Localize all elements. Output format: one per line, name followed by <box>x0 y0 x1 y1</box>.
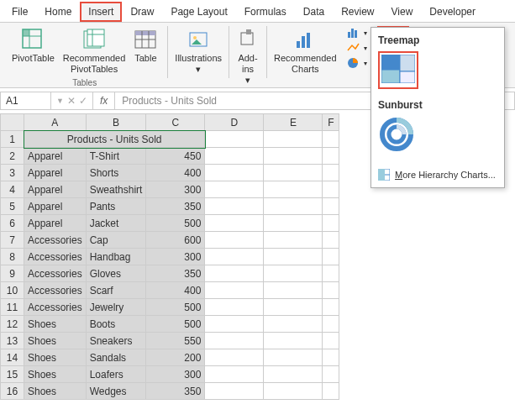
cell[interactable]: 400 <box>146 282 205 299</box>
row-header[interactable]: 2 <box>1 148 24 165</box>
cell[interactable] <box>264 265 323 282</box>
cell[interactable] <box>205 131 264 148</box>
col-header-a[interactable]: A <box>24 114 87 131</box>
cell[interactable] <box>264 198 323 215</box>
cell[interactable]: Boots <box>86 316 146 333</box>
row-header[interactable]: 16 <box>1 383 24 400</box>
illustrations-button[interactable]: Illustrations ▾ <box>171 26 225 76</box>
cell[interactable]: 550 <box>146 333 205 349</box>
cell[interactable]: 450 <box>146 148 205 165</box>
cell[interactable] <box>264 148 323 165</box>
col-header-c[interactable]: C <box>146 114 205 131</box>
cell[interactable] <box>323 198 339 215</box>
cell[interactable]: Shoes <box>24 349 87 366</box>
name-box[interactable]: A1 <box>1 92 51 109</box>
col-header-d[interactable]: D <box>205 114 264 131</box>
cell[interactable]: Jewelry <box>86 299 146 316</box>
cell[interactable]: Shoes <box>24 333 87 349</box>
treemap-option[interactable] <box>378 51 418 89</box>
tab-page-layout[interactable]: Page Layout <box>162 2 235 22</box>
cell[interactable] <box>264 165 323 181</box>
cell[interactable] <box>264 282 323 299</box>
cell[interactable]: 500 <box>146 215 205 232</box>
cell[interactable]: Apparel <box>24 181 87 198</box>
cell[interactable] <box>323 349 339 366</box>
tab-insert[interactable]: Insert <box>80 2 122 22</box>
cell[interactable] <box>264 232 323 249</box>
cell[interactable] <box>205 299 264 316</box>
cell[interactable] <box>323 165 339 181</box>
sunburst-option[interactable] <box>378 116 415 155</box>
cell[interactable]: Apparel <box>24 215 87 232</box>
cell[interactable]: Apparel <box>24 198 87 215</box>
row-header[interactable]: 9 <box>1 265 24 282</box>
cell[interactable]: Cap <box>86 232 146 249</box>
pie-chart-button[interactable]: ▾ <box>344 56 370 70</box>
col-header-b[interactable]: B <box>86 114 146 131</box>
cell[interactable] <box>264 383 323 400</box>
cell[interactable]: Shoes <box>24 366 87 383</box>
col-header-e[interactable]: E <box>264 114 323 131</box>
cell[interactable]: Accessories <box>24 265 87 282</box>
tab-view[interactable]: View <box>383 2 422 22</box>
tab-draw[interactable]: Draw <box>122 2 162 22</box>
more-hierarchy-charts-link[interactable]: More Hierarchy Charts... <box>378 165 497 181</box>
cell[interactable]: Shorts <box>86 165 146 181</box>
cell[interactable] <box>205 198 264 215</box>
tab-formulas[interactable]: Formulas <box>236 2 295 22</box>
cell[interactable]: Loafers <box>86 366 146 383</box>
cell[interactable]: Apparel <box>24 165 87 181</box>
row-header[interactable]: 8 <box>1 249 24 265</box>
formula-input[interactable]: Products - Units Sold <box>115 95 223 107</box>
cell[interactable] <box>205 333 264 349</box>
cell[interactable] <box>323 131 339 148</box>
tab-developer[interactable]: Developer <box>421 2 484 22</box>
cell[interactable]: T-Shirt <box>86 148 146 165</box>
cell[interactable]: 500 <box>146 299 205 316</box>
row-header[interactable]: 10 <box>1 282 24 299</box>
cell[interactable]: Shoes <box>24 383 87 400</box>
row-header[interactable]: 11 <box>1 299 24 316</box>
cell[interactable]: Handbag <box>86 249 146 265</box>
row-header[interactable]: 13 <box>1 333 24 349</box>
cell[interactable] <box>205 282 264 299</box>
cell[interactable] <box>205 366 264 383</box>
column-chart-button[interactable]: ▾ <box>344 26 370 39</box>
cell[interactable]: 200 <box>146 349 205 366</box>
addins-button[interactable]: Add- ins ▾ <box>233 26 263 88</box>
cell[interactable] <box>264 366 323 383</box>
cell[interactable]: Sweathshirt <box>86 181 146 198</box>
cell[interactable] <box>264 333 323 349</box>
cell[interactable] <box>264 249 323 265</box>
cell[interactable] <box>323 181 339 198</box>
pivottable-button[interactable]: PivotTable <box>8 26 58 66</box>
tab-data[interactable]: Data <box>295 2 333 22</box>
tab-file[interactable]: File <box>3 2 36 22</box>
tab-review[interactable]: Review <box>333 2 382 22</box>
cell[interactable] <box>323 215 339 232</box>
cell-a1[interactable]: Products - Units Sold <box>24 131 205 148</box>
cell[interactable]: Gloves <box>86 265 146 282</box>
tab-home[interactable]: Home <box>36 2 80 22</box>
cell[interactable] <box>205 383 264 400</box>
cell[interactable]: Shoes <box>24 316 87 333</box>
cell[interactable] <box>323 299 339 316</box>
cell[interactable] <box>205 349 264 366</box>
cell[interactable]: 300 <box>146 249 205 265</box>
cell[interactable] <box>264 181 323 198</box>
row-header[interactable]: 5 <box>1 198 24 215</box>
cell[interactable] <box>323 333 339 349</box>
cell[interactable]: Apparel <box>24 148 87 165</box>
cell[interactable]: 600 <box>146 232 205 249</box>
col-header-f[interactable]: F <box>323 114 339 131</box>
cell[interactable] <box>205 215 264 232</box>
cell[interactable] <box>205 265 264 282</box>
line-chart-button[interactable]: ▾ <box>344 41 370 55</box>
cell[interactable]: Accessories <box>24 232 87 249</box>
cell[interactable]: Wedges <box>86 383 146 400</box>
row-header[interactable]: 1 <box>1 131 24 148</box>
table-button[interactable]: Table <box>130 26 160 66</box>
confirm-icon[interactable]: ✓ <box>79 95 87 107</box>
cell[interactable] <box>205 316 264 333</box>
cell[interactable]: Accessories <box>24 299 87 316</box>
